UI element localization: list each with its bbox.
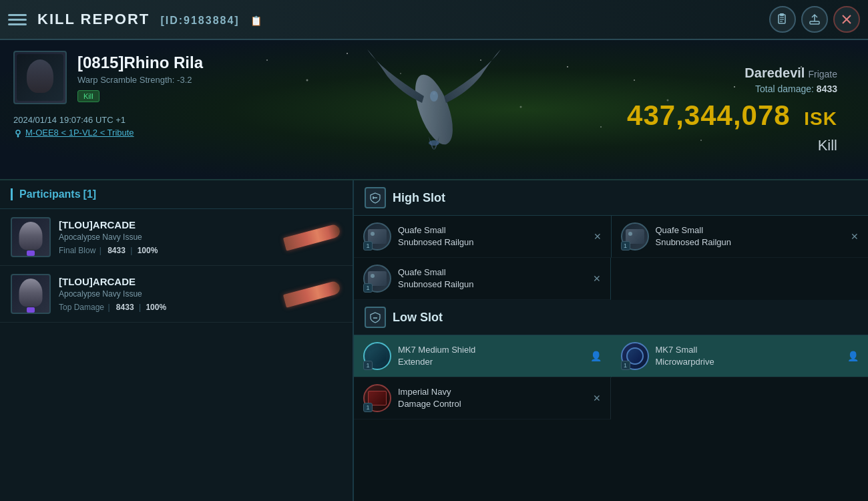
participants-header: Participants [1] (0, 180, 353, 209)
clipboard-button[interactable] (769, 6, 796, 33)
isk-amount: 437,344,078 (627, 100, 791, 131)
svg-point-14 (520, 106, 522, 108)
participants-title: Participants (19, 188, 81, 200)
close-button[interactable] (833, 6, 860, 33)
report-id: [ID:9183884] (160, 15, 239, 26)
svg-point-25 (430, 91, 438, 102)
title-text: KILL REPORT (37, 11, 150, 27)
stat-percent-1: 100% (138, 246, 158, 255)
participant-name-2: [TLOU]ARCADE (59, 276, 274, 287)
slot-item-railgun-1[interactable]: 1 Quafe SmallSnubnosed Railgun ✕ (354, 216, 612, 258)
svg-point-16 (600, 126, 602, 128)
slot-item-mwd[interactable]: 1 MK7 SmallMicrowarpdrive 👤 (612, 335, 869, 377)
shield-icon-item: 1 (363, 342, 391, 370)
railgun-icon-2: 1 (621, 222, 649, 251)
low-slot-row-1: 1 MK7 Medium ShieldExtender 👤 1 MK7 Smal… (354, 335, 868, 377)
timestamp: 2024/01/14 19:07:46 UTC +1 (13, 115, 240, 125)
avatar-inner (17, 54, 63, 101)
dc-icon-item: 1 (363, 384, 391, 412)
empty-slot (611, 258, 868, 300)
close-icon-3[interactable]: ✕ (593, 273, 601, 284)
hero-meta: 2024/01/14 19:07:46 UTC +1 M-OEE8 < 1P-V… (13, 115, 240, 138)
participant-avatar-2 (11, 274, 51, 314)
rank-badge-2 (27, 307, 35, 313)
empty-low-slot (611, 377, 868, 420)
svg-point-26 (16, 130, 20, 134)
section-pipe (11, 188, 13, 200)
svg-point-10 (347, 53, 348, 54)
stat-label-1: Final Blow (59, 246, 95, 255)
weapon-shape-1 (282, 223, 341, 251)
stat-damage-1: 8433 (107, 246, 126, 255)
railgun-icon-3: 1 (363, 265, 391, 293)
svg-point-23 (408, 70, 461, 149)
participant-stats-2: Top Damage | 8433 | 100% (59, 303, 274, 312)
slot-item-shield[interactable]: 1 MK7 Medium ShieldExtender 👤 (354, 335, 612, 377)
hero-right: Daredevil Frigate Total damage: 8433 437… (616, 40, 848, 179)
header: KILL REPORT [ID:9183884] 📋 (0, 0, 868, 40)
participant-stats-1: Final Blow | 8433 | 100% (59, 246, 274, 255)
stat-label-2: Top Damage (59, 303, 104, 312)
participants-panel: Participants [1] [TLOU]ARCADE Apocalypse… (0, 180, 354, 501)
railgun-name-1: Quafe SmallSnubnosed Railgun (398, 224, 587, 248)
high-slot-row-1: 1 Quafe SmallSnubnosed Railgun ✕ 1 Quafe… (354, 216, 868, 258)
participant-card[interactable]: [TLOU]ARCADE Apocalypse Navy Issue Final… (0, 209, 353, 266)
participant-ship-2: Apocalypse Navy Issue (59, 289, 274, 299)
isk-value: 437,344,078 ISK (627, 100, 837, 132)
participant-weapon-2 (282, 284, 342, 304)
location-row: M-OEE8 < 1P-VL2 < Tribute (13, 128, 240, 138)
warp-scramble: Warp Scramble Strength: -3.2 (77, 75, 240, 85)
low-slot-label: Low Slot (393, 311, 443, 325)
svg-point-9 (306, 79, 308, 81)
pilot-info: [0815]Rhino Rila Warp Scramble Strength:… (77, 53, 240, 102)
slot-qty-mwd: 1 (621, 361, 630, 370)
menu-button[interactable] (8, 14, 27, 25)
shield-gun-icon (369, 192, 381, 204)
kill-type: Kill (818, 137, 837, 154)
mwd-icon-item: 1 (621, 342, 649, 370)
close-icon-1[interactable]: ✕ (594, 231, 602, 242)
kill-badge: Kill (77, 90, 99, 102)
mwd-name: MK7 SmallMicrowarpdrive (656, 344, 841, 368)
header-actions (769, 6, 860, 33)
stat-damage-2: 8433 (116, 303, 134, 312)
weapon-shape-2 (282, 280, 341, 307)
participants-count: [1] (83, 188, 97, 200)
total-damage-label: Total damage: (755, 84, 814, 94)
close-icon-dc[interactable]: ✕ (593, 393, 601, 403)
stat-percent-2: 100% (146, 303, 166, 312)
copy-id-button[interactable]: 📋 (250, 15, 263, 26)
svg-rect-1 (780, 13, 784, 16)
participant-weapon-1 (282, 227, 342, 247)
close-icon-2[interactable]: ✕ (851, 231, 859, 242)
shield-name: MK7 Medium ShieldExtender (398, 344, 584, 368)
railgun-name-3: Quafe SmallSnubnosed Railgun (398, 267, 586, 291)
slot-item-railgun-3[interactable]: 1 Quafe SmallSnubnosed Railgun ✕ (354, 258, 611, 300)
svg-point-8 (266, 59, 268, 61)
total-damage-line: Total damage: 8433 (755, 84, 837, 94)
slot-qty-2: 1 (621, 241, 630, 251)
person-icon-1: 👤 (590, 351, 602, 361)
ship-name: Daredevil (744, 65, 805, 80)
high-slot-row-2: 1 Quafe SmallSnubnosed Railgun ✕ (354, 258, 868, 300)
svg-point-15 (567, 66, 568, 67)
participant-info-1: [TLOU]ARCADE Apocalypse Navy Issue Final… (59, 219, 274, 255)
export-button[interactable] (801, 6, 828, 33)
slot-item-dc[interactable]: 1 Imperial NavyDamage Control ✕ (354, 377, 611, 420)
railgun-icon-1: 1 (363, 222, 391, 251)
slot-item-railgun-2[interactable]: 1 Quafe SmallSnubnosed Railgun ✕ (612, 216, 869, 258)
rank-badge (27, 251, 35, 256)
pilot-name: [0815]Rhino Rila (77, 53, 240, 72)
location-link[interactable]: M-OEE8 < 1P-VL2 < Tribute (25, 128, 134, 138)
low-slot-row-2: 1 Imperial NavyDamage Control ✕ (354, 377, 868, 420)
slot-qty-1: 1 (363, 241, 373, 251)
high-slot-header: High Slot (354, 180, 868, 216)
header-title: KILL REPORT [ID:9183884] 📋 (37, 11, 769, 28)
low-slot-header: Low Slot (354, 300, 868, 335)
ship-image (354, 49, 514, 170)
ship-class: Frigate (808, 69, 837, 79)
slot-qty-dc: 1 (363, 403, 373, 412)
location-icon (13, 128, 23, 138)
participant-ship-1: Apocalypse Navy Issue (59, 232, 274, 242)
participant-card-2[interactable]: [TLOU]ARCADE Apocalypse Navy Issue Top D… (0, 266, 353, 323)
